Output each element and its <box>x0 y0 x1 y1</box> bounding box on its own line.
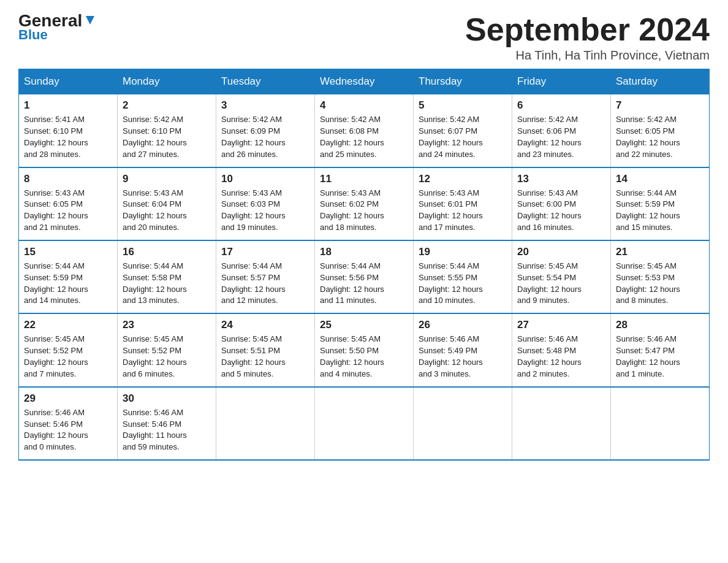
calendar-week-row: 8Sunrise: 5:43 AMSunset: 6:05 PMDaylight… <box>19 167 710 240</box>
cell-info: Sunrise: 5:42 AMSunset: 6:05 PMDaylight:… <box>616 114 704 160</box>
calendar-cell: 9Sunrise: 5:43 AMSunset: 6:04 PMDaylight… <box>118 167 216 240</box>
cell-info: Sunrise: 5:43 AMSunset: 6:00 PMDaylight:… <box>517 188 605 234</box>
day-number: 14 <box>616 173 704 185</box>
calendar-cell: 22Sunrise: 5:45 AMSunset: 5:52 PMDayligh… <box>19 313 118 386</box>
calendar-week-row: 1Sunrise: 5:41 AMSunset: 6:10 PMDaylight… <box>19 94 710 167</box>
cell-info: Sunrise: 5:46 AMSunset: 5:49 PMDaylight:… <box>419 334 507 380</box>
header-monday: Monday <box>118 69 216 94</box>
cell-info: Sunrise: 5:43 AMSunset: 6:03 PMDaylight:… <box>221 188 309 234</box>
cell-info: Sunrise: 5:46 AMSunset: 5:46 PMDaylight:… <box>123 407 211 453</box>
day-number: 30 <box>123 393 211 405</box>
cell-info: Sunrise: 5:44 AMSunset: 5:57 PMDaylight:… <box>221 261 309 307</box>
calendar-cell: 8Sunrise: 5:43 AMSunset: 6:05 PMDaylight… <box>19 167 118 240</box>
calendar-cell: 11Sunrise: 5:43 AMSunset: 6:02 PMDayligh… <box>315 167 414 240</box>
cell-info: Sunrise: 5:44 AMSunset: 5:55 PMDaylight:… <box>419 261 507 307</box>
day-number: 10 <box>221 173 309 185</box>
calendar-cell: 12Sunrise: 5:43 AMSunset: 6:01 PMDayligh… <box>414 167 512 240</box>
cell-info: Sunrise: 5:43 AMSunset: 6:05 PMDaylight:… <box>24 188 112 234</box>
logo: General Blue <box>18 12 97 43</box>
cell-info: Sunrise: 5:45 AMSunset: 5:52 PMDaylight:… <box>123 334 211 380</box>
calendar-cell: 21Sunrise: 5:45 AMSunset: 5:53 PMDayligh… <box>611 240 710 313</box>
calendar-cell <box>414 387 512 460</box>
cell-info: Sunrise: 5:46 AMSunset: 5:47 PMDaylight:… <box>616 334 704 380</box>
calendar-cell: 2Sunrise: 5:42 AMSunset: 6:10 PMDaylight… <box>118 94 216 167</box>
day-number: 26 <box>419 319 507 331</box>
calendar-cell: 18Sunrise: 5:44 AMSunset: 5:56 PMDayligh… <box>315 240 414 313</box>
cell-info: Sunrise: 5:45 AMSunset: 5:54 PMDaylight:… <box>517 261 605 307</box>
cell-info: Sunrise: 5:45 AMSunset: 5:53 PMDaylight:… <box>616 261 704 307</box>
calendar-cell: 4Sunrise: 5:42 AMSunset: 6:08 PMDaylight… <box>315 94 414 167</box>
header-friday: Friday <box>512 69 611 94</box>
calendar-cell: 6Sunrise: 5:42 AMSunset: 6:06 PMDaylight… <box>512 94 611 167</box>
calendar-cell: 14Sunrise: 5:44 AMSunset: 5:59 PMDayligh… <box>611 167 710 240</box>
cell-info: Sunrise: 5:42 AMSunset: 6:09 PMDaylight:… <box>221 114 309 160</box>
cell-info: Sunrise: 5:42 AMSunset: 6:06 PMDaylight:… <box>517 114 605 160</box>
calendar-cell: 1Sunrise: 5:41 AMSunset: 6:10 PMDaylight… <box>19 94 118 167</box>
day-number: 15 <box>24 246 112 258</box>
day-number: 4 <box>320 99 408 112</box>
cell-info: Sunrise: 5:44 AMSunset: 5:59 PMDaylight:… <box>616 188 704 234</box>
cell-info: Sunrise: 5:46 AMSunset: 5:46 PMDaylight:… <box>24 407 112 453</box>
day-number: 8 <box>24 173 112 185</box>
calendar-cell: 27Sunrise: 5:46 AMSunset: 5:48 PMDayligh… <box>512 313 611 386</box>
calendar-cell: 10Sunrise: 5:43 AMSunset: 6:03 PMDayligh… <box>216 167 315 240</box>
cell-info: Sunrise: 5:41 AMSunset: 6:10 PMDaylight:… <box>24 114 112 160</box>
cell-info: Sunrise: 5:45 AMSunset: 5:51 PMDaylight:… <box>221 334 309 380</box>
calendar-cell: 13Sunrise: 5:43 AMSunset: 6:00 PMDayligh… <box>512 167 611 240</box>
calendar-cell <box>512 387 611 460</box>
day-number: 29 <box>24 393 112 405</box>
logo-triangle-icon <box>83 13 97 27</box>
header-wednesday: Wednesday <box>315 69 414 94</box>
cell-info: Sunrise: 5:42 AMSunset: 6:08 PMDaylight:… <box>320 114 408 160</box>
day-number: 21 <box>616 246 704 258</box>
calendar-cell: 26Sunrise: 5:46 AMSunset: 5:49 PMDayligh… <box>414 313 512 386</box>
day-number: 7 <box>616 99 704 112</box>
calendar-cell: 25Sunrise: 5:45 AMSunset: 5:50 PMDayligh… <box>315 313 414 386</box>
day-number: 6 <box>517 99 605 112</box>
cell-info: Sunrise: 5:43 AMSunset: 6:02 PMDaylight:… <box>320 188 408 234</box>
cell-info: Sunrise: 5:44 AMSunset: 5:56 PMDaylight:… <box>320 261 408 307</box>
cell-info: Sunrise: 5:45 AMSunset: 5:52 PMDaylight:… <box>24 334 112 380</box>
logo-blue: Blue <box>18 27 48 43</box>
day-number: 9 <box>123 173 211 185</box>
page-header: General Blue September 2024 Ha Tinh, Ha … <box>18 12 710 63</box>
location: Ha Tinh, Ha Tinh Province, Vietnam <box>465 48 710 63</box>
calendar-cell: 28Sunrise: 5:46 AMSunset: 5:47 PMDayligh… <box>611 313 710 386</box>
day-number: 27 <box>517 319 605 331</box>
header-sunday: Sunday <box>19 69 118 94</box>
calendar-table: Sunday Monday Tuesday Wednesday Thursday… <box>18 69 710 461</box>
day-number: 25 <box>320 319 408 331</box>
cell-info: Sunrise: 5:42 AMSunset: 6:07 PMDaylight:… <box>419 114 507 160</box>
day-number: 13 <box>517 173 605 185</box>
day-number: 11 <box>320 173 408 185</box>
cell-info: Sunrise: 5:46 AMSunset: 5:48 PMDaylight:… <box>517 334 605 380</box>
title-area: September 2024 Ha Tinh, Ha Tinh Province… <box>465 12 710 63</box>
calendar-week-row: 29Sunrise: 5:46 AMSunset: 5:46 PMDayligh… <box>19 387 710 460</box>
cell-info: Sunrise: 5:45 AMSunset: 5:50 PMDaylight:… <box>320 334 408 380</box>
calendar-cell: 24Sunrise: 5:45 AMSunset: 5:51 PMDayligh… <box>216 313 315 386</box>
day-number: 18 <box>320 246 408 258</box>
header-thursday: Thursday <box>414 69 512 94</box>
cell-info: Sunrise: 5:43 AMSunset: 6:01 PMDaylight:… <box>419 188 507 234</box>
calendar-cell <box>611 387 710 460</box>
day-number: 19 <box>419 246 507 258</box>
day-number: 28 <box>616 319 704 331</box>
day-number: 23 <box>123 319 211 331</box>
calendar-cell <box>216 387 315 460</box>
svg-marker-0 <box>86 16 94 25</box>
calendar-cell: 19Sunrise: 5:44 AMSunset: 5:55 PMDayligh… <box>414 240 512 313</box>
day-number: 20 <box>517 246 605 258</box>
calendar-cell: 5Sunrise: 5:42 AMSunset: 6:07 PMDaylight… <box>414 94 512 167</box>
day-number: 3 <box>221 99 309 112</box>
calendar-cell: 29Sunrise: 5:46 AMSunset: 5:46 PMDayligh… <box>19 387 118 460</box>
day-number: 22 <box>24 319 112 331</box>
day-number: 2 <box>123 99 211 112</box>
day-number: 12 <box>419 173 507 185</box>
calendar-cell: 30Sunrise: 5:46 AMSunset: 5:46 PMDayligh… <box>118 387 216 460</box>
cell-info: Sunrise: 5:42 AMSunset: 6:10 PMDaylight:… <box>123 114 211 160</box>
calendar-header-row: Sunday Monday Tuesday Wednesday Thursday… <box>19 69 710 94</box>
calendar-week-row: 15Sunrise: 5:44 AMSunset: 5:59 PMDayligh… <box>19 240 710 313</box>
cell-info: Sunrise: 5:44 AMSunset: 5:58 PMDaylight:… <box>123 261 211 307</box>
cell-info: Sunrise: 5:44 AMSunset: 5:59 PMDaylight:… <box>24 261 112 307</box>
day-number: 17 <box>221 246 309 258</box>
